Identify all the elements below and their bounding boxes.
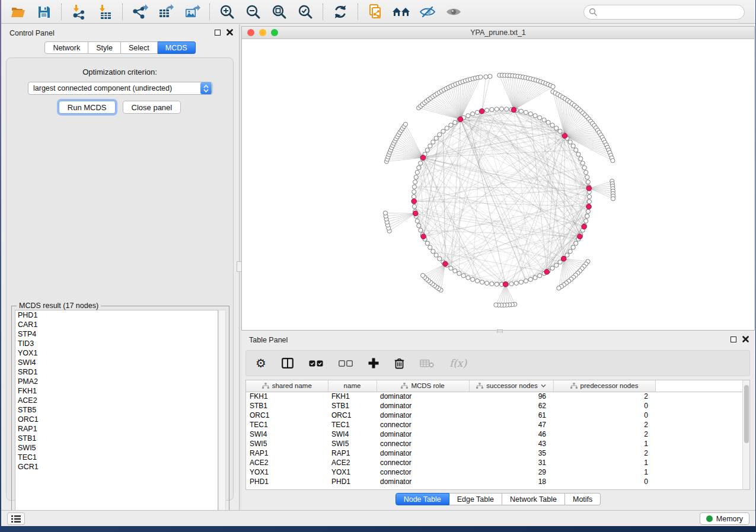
tab-network[interactable]: Network bbox=[44, 41, 88, 54]
mcds-result-item[interactable]: RAP1 bbox=[15, 424, 218, 434]
table-row[interactable]: ORC1ORC1dominator610 bbox=[246, 411, 749, 420]
run-mcds-button[interactable]: Run MCDS bbox=[59, 101, 116, 114]
table-cell[interactable]: connector bbox=[377, 467, 469, 477]
memory-button[interactable]: Memory bbox=[700, 512, 749, 525]
table-row[interactable]: YOX1YOX1connector291 bbox=[246, 467, 749, 477]
table-cell[interactable]: ORC1 bbox=[246, 411, 328, 420]
table-cell[interactable]: 1 bbox=[553, 439, 655, 448]
mcds-result-item[interactable]: STP4 bbox=[15, 329, 218, 339]
table-cell[interactable]: RAP1 bbox=[246, 448, 328, 458]
table-cell[interactable]: 46 bbox=[469, 430, 553, 439]
table-cell[interactable]: FKH1 bbox=[328, 392, 377, 401]
table-scrollbar[interactable] bbox=[742, 380, 749, 489]
table-row[interactable]: TEC1TEC1connector472 bbox=[246, 420, 749, 430]
tab-network-table[interactable]: Network Table bbox=[502, 493, 565, 505]
table-scrollbar-thumb[interactable] bbox=[744, 385, 749, 443]
network-window-titlebar[interactable]: YPA_prune.txt_1 bbox=[242, 27, 754, 39]
mcds-result-item[interactable]: STB1 bbox=[15, 434, 218, 443]
table-cell[interactable]: YOX1 bbox=[328, 467, 377, 477]
table-row[interactable]: SWI5SWI5connector431 bbox=[246, 439, 749, 448]
show-all-button[interactable] bbox=[442, 2, 465, 21]
search-input[interactable] bbox=[583, 5, 745, 20]
show-columns-button[interactable] bbox=[282, 358, 294, 368]
node-table-grid[interactable]: shared namenameMCDS rolesuccessor nodesp… bbox=[246, 380, 749, 486]
table-cell[interactable]: 2 bbox=[553, 392, 655, 401]
deselect-all-button[interactable] bbox=[339, 360, 353, 367]
import-table-button[interactable] bbox=[93, 2, 117, 21]
close-panel-icon[interactable] bbox=[227, 29, 233, 36]
mcds-result-item[interactable]: SWI5 bbox=[15, 443, 218, 453]
export-image-button[interactable] bbox=[180, 2, 204, 21]
table-row[interactable]: SWI4SWI4dominator462 bbox=[246, 430, 749, 439]
table-cell[interactable]: dominator bbox=[377, 401, 469, 411]
table-cell[interactable]: 61 bbox=[469, 411, 553, 420]
table-cell[interactable]: 29 bbox=[469, 467, 553, 477]
mcds-result-item[interactable]: SWI4 bbox=[15, 358, 218, 367]
table-row[interactable]: PHD1PHD1dominator180 bbox=[246, 477, 749, 486]
mcds-result-item[interactable]: GCR1 bbox=[15, 462, 218, 472]
table-cell[interactable]: 62 bbox=[469, 401, 553, 411]
mcds-result-item[interactable]: TEC1 bbox=[15, 453, 218, 462]
table-cell[interactable]: 35 bbox=[469, 448, 553, 458]
close-table-panel-icon[interactable] bbox=[742, 336, 749, 342]
table-cell[interactable]: 96 bbox=[469, 392, 553, 401]
table-cell[interactable]: SWI4 bbox=[328, 430, 377, 439]
table-cell[interactable]: dominator bbox=[377, 411, 469, 420]
mcds-result-item[interactable]: ACE2 bbox=[15, 396, 218, 405]
table-cell[interactable]: 2 bbox=[553, 448, 655, 458]
table-cell[interactable]: 1 bbox=[553, 467, 655, 477]
table-cell[interactable]: dominator bbox=[377, 477, 469, 486]
table-cell[interactable]: 0 bbox=[553, 477, 655, 486]
mcds-result-item[interactable]: STB5 bbox=[15, 405, 218, 415]
table-cell[interactable]: dominator bbox=[377, 392, 469, 401]
table-cell[interactable]: SWI5 bbox=[328, 439, 377, 448]
zoom-selected-button[interactable] bbox=[294, 2, 317, 21]
open-file-button[interactable] bbox=[6, 2, 30, 21]
table-cell[interactable]: TEC1 bbox=[328, 420, 377, 430]
table-row[interactable]: STB1STB1dominator620 bbox=[246, 401, 749, 411]
table-cell[interactable]: FKH1 bbox=[246, 392, 328, 401]
first-neighbors-button[interactable] bbox=[390, 2, 413, 21]
table-cell[interactable]: PHD1 bbox=[328, 477, 377, 486]
table-cell[interactable]: 0 bbox=[553, 411, 655, 420]
zoom-fit-button[interactable] bbox=[267, 2, 291, 21]
table-cell[interactable]: TEC1 bbox=[246, 420, 328, 430]
mcds-result-item[interactable]: FKH1 bbox=[15, 386, 218, 396]
tab-motifs[interactable]: Motifs bbox=[565, 493, 601, 505]
table-header-row[interactable]: shared namenameMCDS rolesuccessor nodesp… bbox=[246, 380, 749, 392]
export-table-button[interactable] bbox=[154, 2, 178, 21]
table-cell[interactable]: connector bbox=[377, 458, 469, 467]
column-header-shared-name[interactable]: shared name bbox=[246, 380, 328, 392]
tab-mcds[interactable]: MCDS bbox=[158, 41, 196, 54]
table-cell[interactable]: 43 bbox=[469, 439, 553, 448]
table-cell[interactable]: 2 bbox=[553, 430, 655, 439]
network-canvas[interactable] bbox=[242, 39, 754, 330]
table-cell[interactable]: 1 bbox=[553, 458, 655, 467]
table-row[interactable]: ACE2ACE2connector311 bbox=[246, 458, 749, 467]
tab-select[interactable]: Select bbox=[121, 41, 158, 54]
mcds-result-item[interactable]: YOX1 bbox=[15, 348, 218, 358]
column-header-predecessor-nodes[interactable]: predecessor nodes bbox=[553, 380, 655, 392]
table-cell[interactable]: 2 bbox=[553, 420, 655, 430]
mcds-result-list[interactable]: PHD1CAR1STP4TID3YOX1SWI4SRD1PMA2FKH1ACE2… bbox=[15, 310, 218, 517]
criterion-dropdown[interactable]: largest connected component (undirected) bbox=[28, 82, 213, 95]
table-cell[interactable]: YOX1 bbox=[246, 467, 328, 477]
zoom-in-button[interactable] bbox=[215, 2, 239, 21]
close-panel-button[interactable]: Close panel bbox=[123, 101, 181, 114]
table-cell[interactable]: connector bbox=[377, 439, 469, 448]
mcds-result-item[interactable]: ORC1 bbox=[15, 415, 218, 424]
table-row[interactable]: RAP1RAP1dominator352 bbox=[246, 448, 749, 458]
tab-style[interactable]: Style bbox=[88, 41, 121, 54]
table-cell[interactable]: SWI4 bbox=[246, 430, 328, 439]
network-from-selection-button[interactable] bbox=[363, 2, 387, 21]
table-cell[interactable]: 31 bbox=[469, 458, 553, 467]
table-cell[interactable]: ACE2 bbox=[328, 458, 377, 467]
delete-column-button[interactable] bbox=[394, 358, 404, 369]
table-cell[interactable]: connector bbox=[377, 420, 469, 430]
column-header-name[interactable]: name bbox=[328, 380, 377, 392]
select-all-button[interactable] bbox=[309, 360, 323, 367]
mcds-result-item[interactable]: CAR1 bbox=[15, 320, 218, 329]
import-network-button[interactable] bbox=[67, 2, 91, 21]
table-cell[interactable]: STB1 bbox=[246, 401, 328, 411]
float-panel-icon[interactable] bbox=[215, 30, 221, 36]
